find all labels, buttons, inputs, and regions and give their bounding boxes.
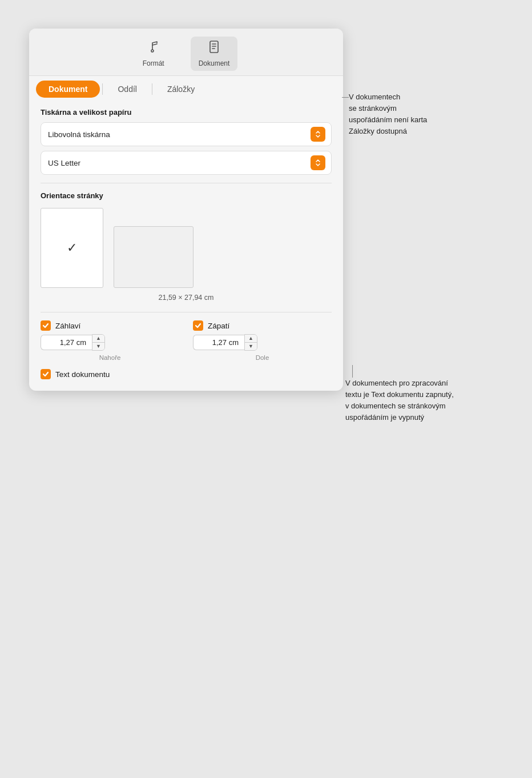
header-label: Záhlaví bbox=[55, 322, 80, 330]
format-icon bbox=[147, 40, 160, 57]
footer-label: Zápatí bbox=[208, 322, 229, 330]
format-label: Formát bbox=[143, 59, 164, 67]
portrait-checkmark: ✓ bbox=[67, 240, 77, 255]
printer-section-title: Tiskárna a velikost papíru bbox=[41, 108, 332, 117]
header-input-row: ▲ ▼ bbox=[41, 334, 179, 351]
orientation-dimensions: 21,59 × 27,94 cm bbox=[41, 294, 332, 302]
header-value-input[interactable] bbox=[41, 335, 92, 350]
tab-oddil[interactable]: Oddíl bbox=[105, 81, 149, 98]
callout-zalozky-text: V dokumentech se stránkovým uspořádáním … bbox=[349, 91, 503, 138]
document-label: Dokument bbox=[199, 59, 230, 67]
footer-decrement-btn[interactable]: ▼ bbox=[245, 343, 257, 350]
doc-text-checkbox[interactable] bbox=[41, 369, 51, 379]
footer-value-input[interactable] bbox=[193, 335, 244, 350]
doc-text-label: Text dokumentu bbox=[55, 370, 110, 379]
header-check-row: Záhlaví bbox=[41, 320, 179, 331]
header-item: Záhlaví ▲ ▼ Nahoře bbox=[41, 320, 179, 361]
svg-rect-0 bbox=[210, 41, 218, 53]
divider-2 bbox=[41, 312, 332, 312]
header-checkbox[interactable] bbox=[41, 320, 51, 331]
callout-text-dokumentu: V dokumentech pro zpracování textu je Te… bbox=[343, 378, 503, 424]
landscape-option[interactable] bbox=[114, 226, 194, 288]
paper-arrow-btn[interactable] bbox=[311, 155, 325, 170]
tab-dokument[interactable]: Dokument bbox=[36, 81, 100, 98]
footer-checkbox[interactable] bbox=[193, 320, 203, 331]
footer-sublabel: Dole bbox=[193, 354, 332, 361]
header-decrement-btn[interactable]: ▼ bbox=[92, 343, 104, 350]
printer-select-row[interactable]: Libovolná tiskárna bbox=[41, 122, 332, 146]
divider-1 bbox=[41, 183, 332, 183]
footer-stepper: ▲ ▼ bbox=[244, 334, 257, 351]
document-icon bbox=[207, 40, 221, 57]
footer-check-row: Zápatí bbox=[193, 320, 332, 331]
header-increment-btn[interactable]: ▲ bbox=[92, 335, 104, 343]
footer-item: Zápatí ▲ ▼ Dole bbox=[193, 320, 332, 361]
footer-input-row: ▲ ▼ bbox=[193, 334, 332, 351]
footer-increment-btn[interactable]: ▲ bbox=[245, 335, 257, 343]
tab-divider-2 bbox=[152, 83, 152, 95]
header-stepper: ▲ ▼ bbox=[92, 334, 105, 351]
format-tab-button[interactable]: Formát bbox=[135, 37, 172, 71]
tab-divider-1 bbox=[102, 83, 103, 95]
paper-select-row[interactable]: US Letter bbox=[41, 151, 332, 175]
printer-arrow-btn[interactable] bbox=[311, 127, 325, 142]
header-sublabel: Nahoře bbox=[41, 354, 179, 361]
callout-zalozky: V dokumentech se stránkovým uspořádáním … bbox=[349, 91, 503, 138]
document-tab-button[interactable]: Dokument bbox=[191, 37, 238, 71]
portrait-option[interactable]: ✓ bbox=[41, 208, 103, 288]
doc-text-row: Text dokumentu bbox=[41, 369, 332, 379]
tabs-bar: Dokument Oddíl Záložky bbox=[29, 76, 343, 98]
orientation-options: ✓ bbox=[41, 208, 332, 288]
orientation-title: Orientace stránky bbox=[41, 191, 332, 200]
portrait-page: ✓ bbox=[41, 208, 103, 288]
paper-value: US Letter bbox=[48, 159, 80, 167]
content-area: Tiskárna a velikost papíru Libovolná tis… bbox=[29, 98, 343, 391]
toolbar: Formát Dokument bbox=[29, 29, 343, 76]
tab-zalozky[interactable]: Záložky bbox=[155, 81, 207, 98]
landscape-page bbox=[114, 226, 194, 288]
header-footer-row: Záhlaví ▲ ▼ Nahoře bbox=[41, 320, 332, 361]
sidebar-panel: Formát Dokument Dokument bbox=[29, 29, 343, 391]
callout-text-dokumentu-text: V dokumentech pro zpracování textu je Te… bbox=[343, 378, 503, 424]
printer-value: Libovolná tiskárna bbox=[48, 130, 110, 139]
